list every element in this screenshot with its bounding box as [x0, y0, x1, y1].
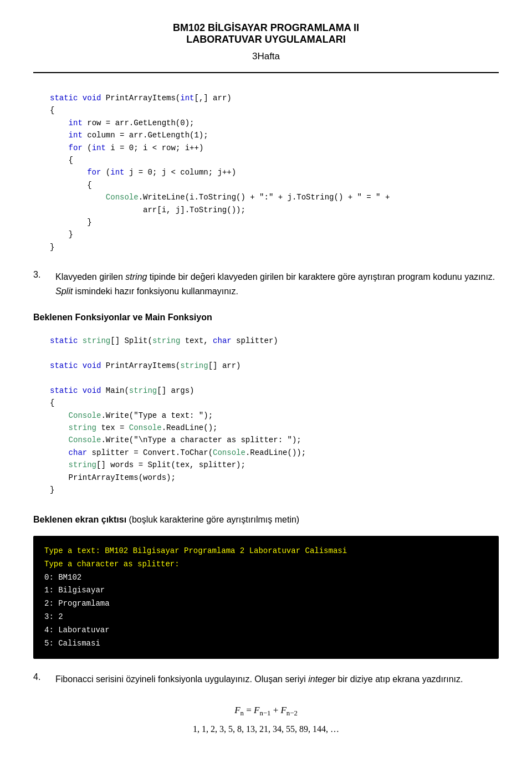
section3-text1: Klavyeden girilen [55, 272, 125, 281]
header-divider [33, 72, 499, 73]
section-3-number: 3. [33, 270, 47, 307]
code-block-2: static string[] Split(string text, char … [33, 329, 499, 501]
fibonacci-formula: Fn = Fn−1 + Fn−2 [33, 701, 499, 721]
console-writeline: Console [106, 193, 139, 202]
section3-text3: ismindeki hazır fonksiyonu kullanmayınız… [73, 286, 238, 296]
section4-text2: bir diziye atıp ekrana yazdırınız. [335, 674, 463, 684]
kw-int: int [180, 94, 194, 103]
terminal-line2: Type a character as splitter: [44, 558, 488, 571]
kw-void: void [83, 94, 101, 103]
kw-string: string [83, 336, 110, 345]
section3-italic2: Split [55, 286, 73, 296]
code-block-1: static void PrintArrayItems(int[,] arr) … [33, 86, 499, 259]
title-line2: LABORATUVAR UYGULAMALARI [33, 34, 499, 45]
kw-static: static [50, 94, 78, 103]
beklenen-ekran-title: Beklenen ekran çıktısı [33, 515, 126, 524]
terminal-output-5: 5: Calismasi [44, 637, 488, 651]
kw-int3: int [69, 131, 83, 140]
section3-text2: tipinde bir değeri klavyeden girilen bir… [147, 272, 495, 281]
page-header: BM102 BİLGİSAYAR PROGRAMLAMA II LABORATU… [33, 22, 499, 45]
section-4: 4. Fibonacci serisini özyineli fonksiyon… [33, 672, 499, 695]
week-label: 3Hafta [33, 51, 499, 62]
terminal-output-4: 4: Laboratuvar [44, 624, 488, 637]
terminal-output: 0: BM102 1: Bilgisayar 2: Programlama 3:… [44, 571, 488, 651]
terminal-output-3: 3: 2 [44, 611, 488, 624]
kw-int2: int [69, 119, 83, 127]
fibonacci-sequence: 1, 1, 2, 3, 5, 8, 13, 21, 34, 55, 89, 14… [33, 724, 499, 734]
terminal-output-2: 2: Programlama [44, 597, 488, 611]
section-3: 3. Klavyeden girilen string tipinde bir … [33, 270, 499, 307]
title-line1: BM102 BİLGİSAYAR PROGRAMLAMA II [33, 22, 499, 34]
kw-static2: static [50, 336, 78, 345]
kw-for1: for [69, 144, 83, 152]
section4-text1: Fibonacci serisini özyineli fonksiyonla … [55, 674, 308, 684]
terminal-output-0: 0: BM102 [44, 571, 488, 585]
section4-italic1: integer [308, 674, 335, 684]
beklenen-ekran-subtitle: (boşluk karakterine göre ayrıştırılmış m… [129, 515, 300, 524]
beklenen-fonksiyonlar-title: Beklenen Fonksiyonlar ve Main Fonksiyon [33, 313, 499, 323]
kw-for2: for [87, 168, 101, 177]
terminal-block: Type a text: BM102 Bilgisayar Programlam… [33, 536, 499, 659]
section-4-number: 4. [33, 672, 47, 695]
section3-italic1: string [125, 272, 147, 281]
beklenen-ekran-section: Beklenen ekran çıktısı (boşluk karakteri… [33, 513, 499, 527]
terminal-line1: Type a text: BM102 Bilgisayar Programlam… [44, 545, 488, 558]
section-4-text: Fibonacci serisini özyineli fonksiyonla … [55, 672, 463, 687]
section-3-text: Klavyeden girilen string tipinde bir değ… [55, 270, 499, 298]
terminal-output-1: 1: Bilgisayar [44, 584, 488, 597]
